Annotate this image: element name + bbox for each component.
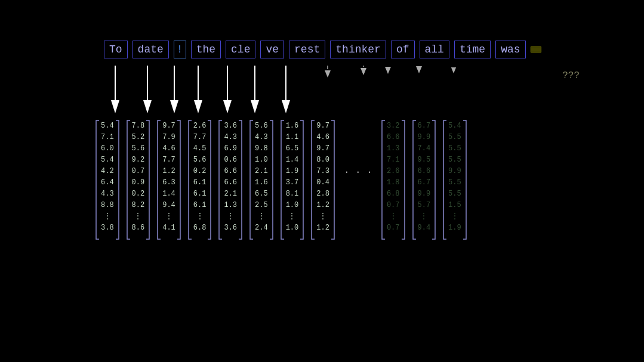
matrix-cell: 8.2 <box>132 200 145 211</box>
word-answer <box>531 47 541 52</box>
arrows-row <box>101 66 470 116</box>
matrix-cell: 4.6 <box>162 143 175 154</box>
matrix-cell: 1.2 <box>316 200 329 211</box>
matrix-cell: 0.6 <box>224 154 237 166</box>
matrices-row: 5.47.16.05.44.26.44.38.8⋮3.87.85.25.69.2… <box>93 119 470 240</box>
matrix-cell: 1.9 <box>448 222 461 234</box>
arrow-thinker <box>303 66 352 116</box>
matrix-cell: 1.0 <box>286 222 299 234</box>
matrix-cell: 2.4 <box>255 222 268 234</box>
word-to: To <box>104 41 128 58</box>
matrix-cell: 5.6 <box>255 120 268 132</box>
matrix-cell: 1.1 <box>286 132 299 143</box>
matrix-cell: ⋮ <box>390 211 397 222</box>
matrix-cell: 8.0 <box>316 154 329 166</box>
matrix-cell: 1.2 <box>162 166 175 177</box>
matrix-cell: 6.6 <box>224 177 237 188</box>
matrix-cell: ⋮ <box>104 211 111 222</box>
arrow-svg-small-was <box>450 66 457 116</box>
arrow-rest <box>269 66 303 116</box>
matrix-cell: 5.4 <box>448 120 461 132</box>
word-ve: ve <box>260 41 284 58</box>
matrix-cell: 5.6 <box>193 154 207 166</box>
arrow-svg-the <box>193 66 204 116</box>
matrix-cell: 5.5 <box>448 188 461 200</box>
matrix-cell: 5.7 <box>418 200 431 211</box>
matrix-cell: 0.7 <box>132 166 145 177</box>
matrix-cell: 2.8 <box>316 188 329 200</box>
matrix-cell: 6.0 <box>101 143 114 154</box>
svg-marker-21 <box>416 66 422 73</box>
matrix-cell: 4.1 <box>162 222 175 234</box>
arrow-all <box>375 66 401 116</box>
word-all: all <box>420 41 449 58</box>
arrow-exclaim <box>166 66 183 116</box>
matrix-cell: 1.4 <box>162 188 175 200</box>
matrix-cell: 9.4 <box>162 200 175 211</box>
question-marks-label: ??? <box>562 70 580 81</box>
matrix-cell: 1.2 <box>316 222 329 234</box>
matrix-cell: 5.5 <box>448 143 461 154</box>
word-time: time <box>454 41 491 58</box>
matrix-cell: ⋮ <box>420 211 427 222</box>
arrow-time <box>401 66 437 116</box>
matrix-cell: 9.7 <box>316 143 329 154</box>
svg-marker-5 <box>170 100 178 113</box>
matrix-cell: 5.4 <box>101 120 114 132</box>
matrix-cell: 5.6 <box>132 143 145 154</box>
matrix-m8: 9.74.69.78.07.30.42.81.2⋮1.2 <box>310 119 335 240</box>
matrix-cell: 4.5 <box>193 143 207 154</box>
matrix-m3: 9.77.94.67.71.26.31.49.4⋮4.1 <box>156 119 181 240</box>
matrix-cell: 8.8 <box>101 200 114 211</box>
svg-marker-3 <box>143 100 152 113</box>
matrix-cell: 5.5 <box>448 154 461 166</box>
matrix-cell: 9.2 <box>132 154 145 166</box>
word-was: was <box>495 41 525 58</box>
matrix-cell: 0.9 <box>132 177 145 188</box>
matrix-cell: 9.8 <box>255 143 268 154</box>
matrix-cell: 6.1 <box>193 200 207 211</box>
arrow-svg-exclaim <box>169 66 180 116</box>
arrow-date <box>129 66 166 116</box>
matrix-cell: ⋮ <box>165 211 172 222</box>
matrix-cell: 1.9 <box>286 166 299 177</box>
matrix-cell: 7.8 <box>132 120 145 132</box>
matrix-cell: 3.8 <box>101 222 114 234</box>
matrix-values-m5: 3.64.36.90.66.66.62.11.3⋮3.6 <box>223 119 238 240</box>
matrix-values-m1: 5.47.16.05.44.26.44.38.8⋮3.8 <box>100 119 115 240</box>
matrix-values-m6: 5.64.39.81.02.11.66.52.5⋮2.4 <box>254 119 269 240</box>
word-rest: rest <box>289 41 325 58</box>
matrix-cell: 9.9 <box>418 188 431 200</box>
ellipsis-dots: · · · <box>344 119 372 178</box>
matrix-cell: 1.8 <box>387 177 400 188</box>
matrix-cell: 2.6 <box>193 120 207 132</box>
word-row: Todate!thecleverestthinkerofalltimewas <box>101 41 544 58</box>
matrix-m4: 2.67.74.55.60.26.16.16.1⋮6.8 <box>187 119 212 240</box>
matrix-cell: 6.1 <box>193 177 207 188</box>
matrix-cell: 6.6 <box>224 166 237 177</box>
matrix-cell: 6.8 <box>387 188 400 200</box>
matrix-cell: 1.3 <box>224 200 237 211</box>
matrix-cell: 7.4 <box>418 143 431 154</box>
matrix-cell: 9.9 <box>448 166 461 177</box>
matrix-cell: 6.5 <box>255 188 268 200</box>
matrix-values-m11: 5.45.55.55.59.95.55.51.5⋮1.9 <box>447 119 463 240</box>
matrix-values-m9: 3.26.61.37.12.61.86.80.7⋮0.7 <box>386 119 401 240</box>
matrix-cell: ⋮ <box>134 211 141 222</box>
matrix-cell: 6.7 <box>418 120 431 132</box>
matrix-cell: 8.1 <box>286 188 299 200</box>
matrix-cell: 0.7 <box>387 200 400 211</box>
matrix-cell: ⋮ <box>227 211 234 222</box>
arrow-to <box>101 66 129 116</box>
word-the: the <box>191 41 221 58</box>
arrow-svg-small-of <box>360 66 367 116</box>
matrix-cell: 6.6 <box>418 166 431 177</box>
matrix-cell: 3.7 <box>286 177 299 188</box>
arrow-of <box>352 66 375 116</box>
matrix-m2: 7.85.25.69.20.70.90.28.2⋮8.6 <box>126 119 151 240</box>
matrix-cell: ⋮ <box>258 211 265 222</box>
matrix-cell: 7.9 <box>162 132 175 143</box>
matrix-m11: 5.45.55.55.59.95.55.51.5⋮1.9 <box>442 119 467 240</box>
matrix-cell: 5.4 <box>101 154 114 166</box>
svg-marker-7 <box>194 100 202 113</box>
